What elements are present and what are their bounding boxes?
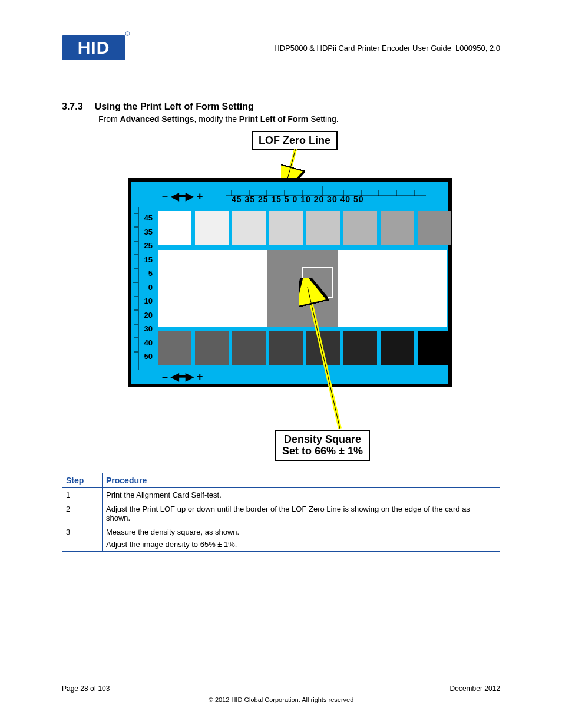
cell-step: 1	[62, 488, 103, 502]
callout-line: Set to 66% ± 1%	[282, 445, 363, 457]
alignment-diagram: LOF Zero Line 45 35 25 15 5 0 10 20 30	[98, 131, 464, 461]
table-row: 1 Print the Alignment Card Self-test.	[62, 488, 500, 502]
y-tick: 15	[138, 253, 153, 267]
gray-square	[269, 331, 303, 365]
arrow-bottom-icon	[299, 278, 369, 437]
cell-line: Measure the density square, as shown.	[106, 528, 496, 536]
gray-square	[158, 331, 191, 365]
gray-square	[232, 331, 266, 365]
y-tick: 0	[138, 281, 153, 295]
gray-square	[232, 211, 266, 245]
alignment-card: 45 35 25 15 5 0 10 20 30 40 50 – ◀━▶ + –…	[128, 178, 452, 387]
gray-square	[269, 211, 303, 245]
document-title: HDP5000 & HDPii Card Printer Encoder Use…	[274, 44, 500, 52]
y-tick: 20	[138, 308, 153, 322]
section-intro: From Advanced Settings, modify the Print…	[98, 114, 500, 124]
gray-square	[195, 211, 229, 245]
footer-date: December 2012	[450, 684, 500, 693]
cell-line: Adjust the image density to 65% ± 1%.	[106, 540, 496, 549]
svg-line-29	[308, 287, 340, 429]
page-header: HID HDP5000 & HDPii Card Printer Encoder…	[62, 35, 500, 60]
x-axis-labels: 45 35 25 15 5 0 10 20 30 40 50	[232, 195, 364, 204]
y-tick: 35	[138, 225, 153, 239]
col-step: Step	[62, 473, 103, 488]
callout-line: Density Square	[282, 433, 363, 446]
y-axis-labels: 45 35 25 15 5 0 10 20 30 40 50	[138, 211, 153, 364]
gray-square	[343, 211, 377, 245]
gray-square	[381, 331, 414, 365]
grayscale-top-row	[158, 211, 451, 245]
table-row: 2 Adjust the Print LOF up or down until …	[62, 502, 500, 525]
gray-square	[418, 211, 451, 245]
gray-square	[306, 211, 340, 245]
cell-proc: Adjust the Print LOF up or down until th…	[103, 502, 500, 525]
direction-arrow-icon: – ◀━▶ +	[162, 370, 203, 383]
svg-line-2	[287, 149, 296, 181]
y-tick: 50	[138, 350, 153, 364]
table-header-row: Step Procedure	[62, 473, 500, 488]
gray-square	[418, 331, 451, 365]
direction-arrow-icon: – ◀━▶ +	[162, 190, 203, 203]
section-heading: 3.7.3 Using the Print Left of Form Setti…	[62, 101, 500, 112]
col-procedure: Procedure	[103, 473, 500, 488]
table-row: 3 Measure the density square, as shown. …	[62, 525, 500, 552]
y-tick: 5	[138, 266, 153, 281]
density-square-label: Density Square Set to 66% ± 1%	[275, 430, 370, 461]
intro-bold: Print Left of Form	[239, 114, 308, 124]
intro-text: Setting.	[308, 114, 338, 124]
gray-square	[381, 211, 414, 245]
section-number: 3.7.3	[62, 101, 83, 112]
cell-proc: Measure the density square, as shown. Ad…	[103, 525, 500, 552]
procedure-table: Step Procedure 1 Print the Alignment Car…	[62, 473, 500, 552]
page-footer: Page 28 of 103 December 2012 © 2012 HID …	[62, 684, 500, 703]
section-title: Using the Print Left of Form Setting	[95, 101, 254, 112]
hid-logo: HID	[62, 35, 125, 60]
y-tick: 10	[138, 294, 153, 308]
cell-step: 2	[62, 502, 103, 525]
gray-square	[158, 211, 191, 245]
intro-text: From	[98, 114, 120, 124]
intro-bold: Advanced Settings	[120, 114, 194, 124]
copyright: © 2012 HID Global Corporation. All right…	[62, 696, 500, 703]
gray-square	[195, 331, 229, 365]
y-tick: 40	[138, 336, 153, 350]
cell-proc: Print the Alignment Card Self-test.	[103, 488, 500, 502]
page-number: Page 28 of 103	[62, 684, 110, 693]
y-tick: 45	[138, 211, 153, 225]
y-tick: 25	[138, 239, 153, 253]
y-tick: 30	[138, 322, 153, 336]
lof-zero-line-label: LOF Zero Line	[252, 131, 338, 150]
cell-step: 3	[62, 525, 103, 552]
intro-text: , modify the	[194, 114, 239, 124]
